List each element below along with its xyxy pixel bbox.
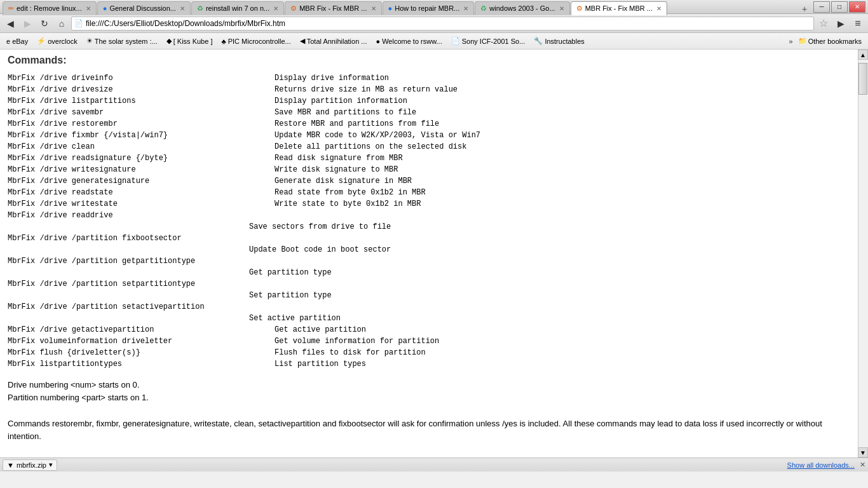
command-line: Save sectors from drive to file (8, 221, 850, 233)
media-button[interactable]: ▶ (833, 16, 848, 31)
bookmark-icon: ◆ (166, 37, 172, 45)
address-file-icon: 📄 (74, 19, 83, 27)
command-line: MbrFix /drive driveinfoDisplay drive inf… (8, 72, 850, 84)
tab-tab1[interactable]: ✏edit : Remove linux...✕ (3, 1, 97, 15)
cmd-desc: Display partition information (275, 95, 407, 107)
bookmark-icon: e (6, 37, 10, 45)
tab-tab4[interactable]: ⚙MBR Fix - Fix MBR ...✕ (285, 1, 381, 15)
cmd-syntax: MbrFix /drive drivesize (8, 84, 275, 95)
command-line: MbrFix /drive readdrive (8, 210, 850, 221)
bookmark-item-4[interactable]: ♣PIC Microcontrolle... (217, 36, 294, 46)
bookmark-item-3[interactable]: ◆[ Kiss Kube ] (163, 36, 217, 46)
command-line: MbrFix /drive fixmbr {/vista|/win7}Updat… (8, 130, 850, 141)
page-title: Commands: (8, 55, 850, 66)
bookmark-item-7[interactable]: 📄Sony ICF-2001 So... (447, 36, 529, 46)
note1: Drive numbering <num> starts on 0. Parti… (8, 379, 850, 403)
cmd-desc: Write state to byte 0x1b2 in MBR (275, 198, 421, 210)
cmd-desc: Get active partition (275, 324, 366, 336)
minimize-button[interactable]: ─ (813, 1, 830, 13)
other-bookmarks-button[interactable]: 📁 Other bookmarks (794, 36, 865, 46)
command-line: Set active partition (8, 313, 850, 324)
tab-close-button[interactable]: ✕ (463, 5, 468, 12)
cmd-syntax: MbrFix /drive clean (8, 141, 275, 152)
cmd-syntax: MbrFix /drive restorembr (8, 118, 275, 130)
folder-icon: 📁 (798, 37, 807, 45)
tab-label: edit : Remove linux... (17, 4, 82, 12)
command-line: MbrFix /drive drivesizeReturns drive siz… (8, 84, 850, 95)
title-bar: ✏edit : Remove linux...✕●General Discuss… (0, 0, 868, 14)
bookmark-item-5[interactable]: ◀Total Annihilation ... (296, 36, 371, 46)
tab-favicon: ♻ (197, 4, 203, 13)
cmd-syntax: MbrFix /drive writesignature (8, 164, 275, 175)
back-button[interactable]: ◀ (3, 16, 18, 31)
cmd-desc: List partition types (275, 358, 366, 370)
download-item[interactable]: ▼ mbrfix.zip ▾ (3, 459, 57, 471)
bookmark-icon: ♣ (221, 37, 226, 45)
bookmark-label: eBay (12, 37, 28, 45)
cmd-syntax: MbrFix /drive driveinfo (8, 72, 275, 84)
tab-favicon: ⚙ (290, 4, 297, 13)
cmd-syntax: MbrFix /drive readstate (8, 187, 275, 198)
tab-close-button[interactable]: ✕ (86, 5, 91, 12)
tab-favicon: ● (388, 4, 393, 12)
tab-label: How to repair MBR... (395, 4, 459, 12)
bookmark-item-0[interactable]: eeBay (3, 36, 32, 46)
tab-close-button[interactable]: ✕ (371, 5, 376, 12)
tab-tab3[interactable]: ♻reinstall win 7 on n...✕ (191, 1, 284, 15)
download-dropdown-icon[interactable]: ▾ (49, 461, 53, 469)
tab-tab5[interactable]: ●How to repair MBR...✕ (383, 1, 475, 15)
scroll-up-button[interactable]: ▲ (858, 50, 868, 60)
tab-close-button[interactable]: ✕ (180, 5, 185, 12)
address-text: file:///C:/Users/Elliot/Desktop/Download… (86, 19, 811, 28)
tab-close-button[interactable]: ✕ (559, 5, 564, 12)
command-line: MbrFix flush {driveletter(s)}Flush files… (8, 347, 850, 358)
bookmark-icon: ☀ (86, 37, 93, 45)
cmd-desc-continuation: Set active partition (8, 313, 341, 324)
bookmark-item-8[interactable]: 🔧Instructables (530, 36, 588, 46)
commands-table: MbrFix /drive driveinfoDisplay drive inf… (8, 72, 850, 370)
bookmark-label: PIC Microcontrolle... (228, 37, 291, 45)
bookmark-label: overclock (48, 37, 77, 45)
tab-label: windows 2003 - Go... (489, 4, 555, 12)
bookmark-item-2[interactable]: ☀The solar system :... (83, 36, 161, 46)
address-bar[interactable]: 📄 file:///C:/Users/Elliot/Desktop/Downlo… (71, 17, 814, 30)
bookmark-item-1[interactable]: ⚡overclock (33, 36, 81, 46)
cmd-syntax: MbrFix /drive writestate (8, 198, 275, 210)
cmd-desc-continuation: Save sectors from drive to file (8, 221, 391, 233)
tab-close-button[interactable]: ✕ (273, 5, 278, 12)
scrollbar-thumb[interactable] (858, 63, 867, 95)
tab-tab6[interactable]: ♻windows 2003 - Go...✕ (475, 1, 569, 15)
show-all-downloads-link[interactable]: Show all downloads... (787, 461, 855, 469)
scroll-down-button[interactable]: ▼ (858, 447, 868, 458)
tab-favicon: ✏ (8, 4, 14, 13)
scrollbar-track[interactable]: ▲ ▼ (858, 50, 868, 458)
bookmarks-more-button[interactable]: » (789, 37, 793, 45)
tab-favicon: ● (103, 4, 107, 12)
bookmark-star-button[interactable]: ☆ (816, 16, 831, 31)
close-button[interactable]: ✕ (849, 1, 865, 13)
home-button[interactable]: ⌂ (54, 16, 69, 31)
cmd-desc-continuation: Get partition type (8, 267, 332, 278)
note4: If the /byte option is given for the rea… (8, 456, 850, 458)
note3: Commands restorembr, fixmbr, generatesig… (8, 417, 850, 442)
nav-bar: ◀ ▶ ↻ ⌂ 📄 file:///C:/Users/Elliot/Deskto… (0, 14, 868, 33)
new-tab-button[interactable]: + (798, 3, 811, 15)
cmd-desc: Flush files to disk for partition (275, 347, 426, 358)
cmd-syntax: MbrFix volumeinformation driveletter (8, 336, 275, 347)
bookmark-label: The solar system :... (95, 37, 158, 45)
cmd-syntax: MbrFix /drive getactivepartition (8, 324, 275, 336)
reload-button[interactable]: ↻ (37, 16, 52, 31)
cmd-desc: Restore MBR and partitions from file (275, 118, 439, 130)
command-line: MbrFix /drive readsignature {/byte}Read … (8, 152, 850, 164)
settings-button[interactable]: ≡ (850, 16, 865, 31)
download-bar-close-button[interactable]: ✕ (860, 461, 865, 469)
tab-favicon: ⚙ (576, 4, 583, 13)
tab-tab2[interactable]: ●General Discussion...✕ (97, 1, 191, 15)
tab-close-button[interactable]: ✕ (656, 5, 661, 12)
forward-button[interactable]: ▶ (20, 16, 35, 31)
tab-tab7[interactable]: ⚙MBR Fix - Fix MBR ...✕ (571, 1, 667, 15)
bookmark-item-6[interactable]: ●Welcome to rsww... (372, 36, 446, 46)
bookmark-icon: 🔧 (534, 37, 543, 45)
maximize-button[interactable]: □ (831, 1, 848, 13)
bookmark-icon: ◀ (300, 37, 305, 45)
